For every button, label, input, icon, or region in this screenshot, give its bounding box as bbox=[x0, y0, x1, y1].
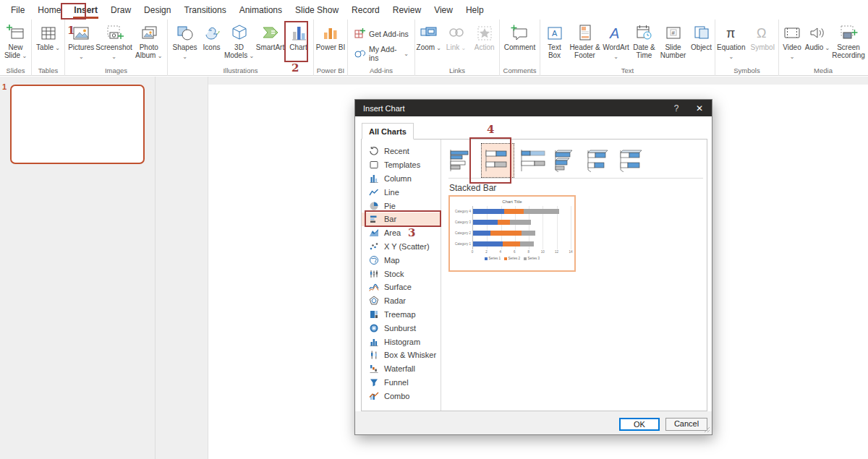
category-surface[interactable]: Surface bbox=[362, 280, 441, 294]
category-histogram[interactable]: Histogram bbox=[362, 335, 441, 348]
category-radar[interactable]: Radar bbox=[362, 294, 441, 308]
link-button[interactable]: Link bbox=[443, 22, 470, 53]
tab-home[interactable]: Home bbox=[31, 1, 67, 19]
close-icon[interactable]: ✕ bbox=[687, 103, 712, 113]
preview-bar-segment bbox=[520, 241, 534, 246]
object-button[interactable]: Object bbox=[689, 22, 715, 52]
3d-models-button[interactable]: 3D Models bbox=[224, 22, 255, 60]
group-tables: Table Tables bbox=[32, 20, 65, 76]
tab-animations[interactable]: Animations bbox=[233, 1, 289, 19]
tab-design[interactable]: Design bbox=[137, 1, 177, 19]
group-label-illustrations: Illustrations bbox=[168, 66, 313, 76]
tab-record[interactable]: Record bbox=[345, 1, 386, 19]
screenshot-icon bbox=[105, 22, 124, 44]
wordart-button[interactable]: A WordArt bbox=[602, 22, 631, 61]
subtype-clustered-bar[interactable] bbox=[448, 146, 476, 175]
slide-thumbnail[interactable] bbox=[10, 85, 145, 164]
photo-album-button[interactable]: Photo Album bbox=[131, 22, 167, 60]
text-box-button[interactable]: A Text Box bbox=[541, 22, 569, 59]
group-comments: Comment Comments bbox=[500, 20, 540, 76]
category-funnel[interactable]: Funnel bbox=[362, 376, 441, 390]
category-sunburst[interactable]: Sunburst bbox=[362, 321, 441, 335]
category-combo[interactable]: Combo bbox=[362, 389, 441, 403]
subtype-100-stacked-bar[interactable] bbox=[519, 146, 547, 175]
category-templates[interactable]: Templates bbox=[362, 158, 441, 172]
table-button[interactable]: Table bbox=[36, 22, 60, 53]
group-illustrations: Shapes Icons 3D Models SmartArt Chart bbox=[168, 20, 314, 76]
preview-bar-segment bbox=[524, 209, 558, 214]
resize-grip[interactable] bbox=[704, 426, 710, 433]
new-slide-button[interactable]: New Slide bbox=[0, 22, 31, 60]
tab-review[interactable]: Review bbox=[386, 1, 427, 19]
comment-button[interactable]: Comment bbox=[504, 22, 535, 52]
category-box-whisker[interactable]: Box & Whisker bbox=[362, 348, 441, 362]
tab-draw[interactable]: Draw bbox=[104, 1, 137, 19]
category-line[interactable]: Line bbox=[362, 185, 441, 199]
category-recent[interactable]: Recent bbox=[362, 145, 441, 158]
chart-button[interactable]: Chart bbox=[286, 22, 312, 52]
shapes-button[interactable]: Shapes bbox=[170, 22, 200, 61]
category-map[interactable]: Map bbox=[362, 253, 441, 267]
my-add-ins-button[interactable]: My Add-ins ⌄ bbox=[354, 45, 409, 62]
slide-number-button[interactable]: # Slide Number bbox=[658, 22, 689, 59]
icons-button[interactable]: Icons bbox=[200, 22, 224, 52]
area-icon bbox=[369, 228, 379, 238]
symbol-button[interactable]: Ω Symbol bbox=[747, 22, 779, 52]
column-icon bbox=[369, 173, 379, 184]
audio-button[interactable]: Audio bbox=[804, 22, 830, 53]
bar-icon bbox=[369, 214, 379, 224]
category-xy-scatter[interactable]: X Y (Scatter) bbox=[362, 240, 441, 254]
subtype-3d-stacked-bar[interactable] bbox=[584, 146, 612, 175]
pictures-button[interactable]: Pictures bbox=[65, 22, 98, 61]
date-time-button[interactable]: Date & Time bbox=[631, 22, 658, 59]
category-area[interactable]: Area bbox=[362, 226, 441, 240]
get-add-ins-button[interactable]: Get Add-ins bbox=[354, 27, 409, 40]
tab-help[interactable]: Help bbox=[459, 1, 490, 19]
audio-icon bbox=[808, 22, 827, 44]
power-bi-button[interactable]: Power BI bbox=[316, 22, 346, 52]
category-stock[interactable]: Stock bbox=[362, 267, 441, 280]
group-label-links: Links bbox=[415, 66, 499, 76]
subtype-3d-100-stacked-bar[interactable] bbox=[617, 146, 644, 175]
combo-icon bbox=[369, 391, 379, 401]
tab-view[interactable]: View bbox=[427, 1, 459, 19]
preview-category-label: Category 2 bbox=[454, 228, 472, 239]
chart-icon bbox=[289, 22, 308, 44]
equation-button[interactable]: π Equation bbox=[715, 22, 747, 61]
screen-recording-button[interactable]: Screen Recording bbox=[830, 22, 867, 59]
slide-thumbnail-panel: 1 bbox=[0, 77, 156, 459]
dialog-title-bar[interactable]: Insert Chart ? ✕ bbox=[355, 100, 712, 116]
dialog-footer: OK Cancel bbox=[355, 411, 712, 434]
tab-transitions[interactable]: Transitions bbox=[177, 1, 232, 19]
category-pie[interactable]: Pie bbox=[362, 199, 441, 213]
tab-slide-show[interactable]: Slide Show bbox=[289, 1, 345, 19]
smartart-button[interactable]: SmartArt bbox=[255, 22, 286, 52]
video-button[interactable]: Video bbox=[780, 22, 804, 61]
subtype-3d-clustered-bar[interactable] bbox=[552, 146, 579, 175]
svg-text:π: π bbox=[726, 26, 735, 40]
group-add-ins: Get Add-ins My Add-ins ⌄ Add-ins bbox=[348, 20, 415, 76]
action-button[interactable]: Action bbox=[469, 22, 499, 52]
help-button[interactable]: ? bbox=[665, 103, 687, 113]
subtype-stacked-bar[interactable] bbox=[481, 143, 514, 178]
cancel-button[interactable]: Cancel bbox=[665, 418, 707, 431]
category-waterfall[interactable]: Waterfall bbox=[362, 362, 441, 376]
group-label-add-ins: Add-ins bbox=[348, 66, 414, 76]
tab-insert[interactable]: Insert bbox=[67, 1, 104, 19]
my-add-ins-icon bbox=[354, 47, 365, 60]
zoom-button[interactable]: Zoom bbox=[415, 22, 443, 53]
category-column[interactable]: Column bbox=[362, 172, 441, 186]
header-footer-button[interactable]: Header & Footer bbox=[569, 22, 602, 59]
group-text: A Text Box Header & Footer A WordArt Dat… bbox=[540, 20, 715, 76]
group-label-media: Media bbox=[779, 66, 867, 76]
3d-stacked-bar-icon bbox=[585, 149, 611, 172]
screenshot-button[interactable]: Screenshot bbox=[98, 22, 131, 61]
tab-file[interactable]: File bbox=[4, 1, 31, 19]
treemap-icon bbox=[369, 309, 379, 319]
tab-all-charts[interactable]: All Charts bbox=[362, 123, 414, 140]
category-treemap[interactable]: Treemap bbox=[362, 308, 441, 322]
group-label-images: Images bbox=[65, 66, 167, 76]
ok-button[interactable]: OK bbox=[619, 418, 660, 431]
category-bar[interactable]: Bar bbox=[362, 213, 441, 226]
chart-preview[interactable]: Chart Title Category 4Category 3Category… bbox=[448, 195, 576, 272]
